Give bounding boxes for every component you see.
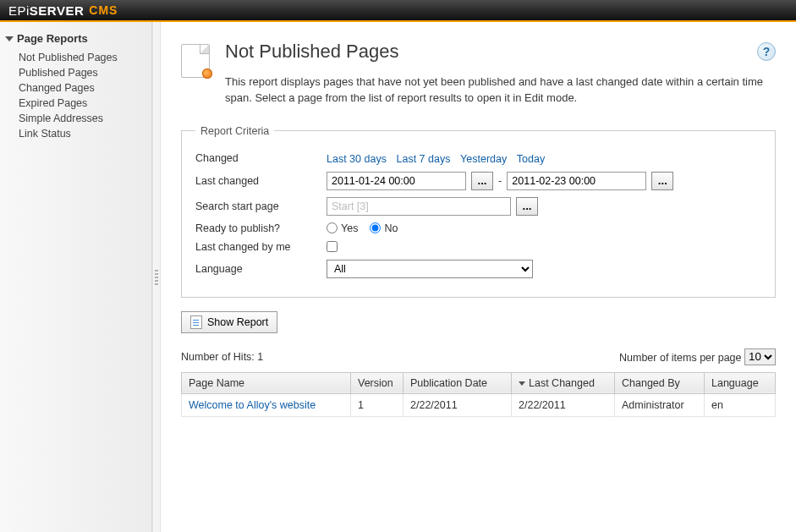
ready-yes-radio[interactable] — [327, 222, 338, 233]
ready-yes-label: Yes — [341, 222, 358, 234]
result-pub-date: 2/22/2011 — [403, 393, 512, 416]
start-page-input[interactable] — [327, 197, 511, 216]
ready-no-label: No — [384, 222, 398, 234]
show-report-button[interactable]: Show Report — [181, 311, 277, 333]
date-from-input[interactable] — [327, 172, 466, 190]
preset-last-30-days[interactable]: Last 30 days — [327, 153, 387, 165]
language-select[interactable]: All — [327, 260, 533, 278]
hits-count: Number of Hits: 1 — [181, 351, 263, 363]
sidebar-item-link-status[interactable]: Link Status — [19, 126, 151, 141]
result-page-link[interactable]: Welcome to Alloy's website — [189, 399, 316, 411]
date-to-input[interactable] — [507, 172, 646, 190]
sidebar-section-toggle[interactable]: Page Reports — [0, 29, 151, 48]
col-last-changed[interactable]: Last Changed — [512, 372, 615, 393]
preset-last-7-days[interactable]: Last 7 days — [397, 153, 451, 165]
main-panel: Not Published Pages ? This report displa… — [161, 22, 796, 532]
sidebar-item-simple-addresses[interactable]: Simple Addresses — [19, 111, 151, 126]
brand-logo: EPiSERVER CMS — [8, 3, 118, 18]
sidebar-section-title: Page Reports — [17, 32, 88, 45]
brand-suffix: CMS — [89, 3, 118, 17]
report-icon — [190, 315, 202, 329]
grip-icon — [155, 270, 158, 285]
sidebar-item-not-published[interactable]: Not Published Pages — [19, 50, 151, 65]
criteria-legend: Report Criteria — [195, 125, 274, 137]
result-language: en — [705, 393, 776, 416]
preset-today[interactable]: Today — [517, 153, 545, 165]
ready-yes-option[interactable]: Yes — [327, 222, 358, 234]
result-changed-by: Administrator — [615, 393, 705, 416]
col-version[interactable]: Version — [351, 372, 403, 393]
per-page-label: Number of items per page — [619, 351, 742, 363]
last-changed-label: Last changed — [195, 175, 327, 187]
start-page-picker-button[interactable]: ... — [516, 197, 538, 216]
sort-desc-icon — [519, 381, 525, 386]
page-document-icon — [181, 44, 210, 78]
language-label: Language — [195, 263, 327, 275]
sidebar-item-expired[interactable]: Expired Pages — [19, 96, 151, 111]
ready-no-option[interactable]: No — [370, 222, 398, 234]
page-title: Not Published Pages — [225, 41, 398, 63]
by-me-label: Last changed by me — [195, 241, 327, 253]
result-version: 1 — [351, 393, 403, 416]
per-page-control: Number of items per page 10 — [619, 348, 776, 365]
sidebar-list: Not Published Pages Published Pages Chan… — [0, 48, 151, 141]
date-separator: - — [498, 174, 502, 187]
ready-label: Ready to publish? — [195, 222, 327, 234]
per-page-select[interactable]: 10 — [744, 348, 776, 365]
result-last-changed: 2/22/2011 — [512, 393, 615, 416]
report-criteria-fieldset: Report Criteria Changed Last 30 days Las… — [181, 125, 776, 298]
sidebar-item-published[interactable]: Published Pages — [19, 65, 151, 80]
col-changed-by[interactable]: Changed By — [615, 372, 705, 393]
ready-no-radio[interactable] — [370, 222, 381, 233]
page-description: This report displays pages that have not… — [225, 74, 776, 107]
show-report-label: Show Report — [207, 316, 268, 328]
caret-down-icon — [5, 36, 14, 41]
col-pub-date[interactable]: Publication Date — [403, 372, 512, 393]
col-language[interactable]: Language — [705, 372, 776, 393]
results-table: Page Name Version Publication Date Last … — [181, 372, 776, 417]
help-icon[interactable]: ? — [757, 42, 776, 61]
brand-text: EPiSERVER — [8, 3, 84, 18]
splitter-handle[interactable] — [152, 22, 161, 532]
col-page-name[interactable]: Page Name — [182, 372, 351, 393]
date-from-picker-button[interactable]: ... — [471, 172, 493, 190]
top-bar: EPiSERVER CMS — [0, 0, 796, 22]
table-row: Welcome to Alloy's website 1 2/22/2011 2… — [182, 393, 776, 416]
changed-label: Changed — [195, 152, 327, 164]
preset-yesterday[interactable]: Yesterday — [460, 153, 507, 165]
sidebar-item-changed[interactable]: Changed Pages — [19, 80, 151, 96]
sidebar: Page Reports Not Published Pages Publish… — [0, 22, 152, 532]
start-page-label: Search start page — [195, 200, 327, 212]
date-to-picker-button[interactable]: ... — [651, 172, 673, 190]
by-me-checkbox[interactable] — [327, 241, 338, 252]
